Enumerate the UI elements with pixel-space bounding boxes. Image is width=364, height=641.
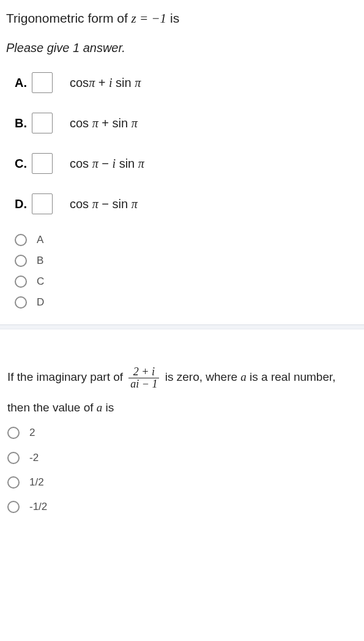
q2-line2-post: is	[102, 401, 114, 414]
q1-choice-b: B. cos π + sin π	[15, 113, 358, 133]
frac-denominator: ai − 1	[128, 378, 159, 390]
q2-var-a-2: a	[97, 401, 103, 414]
q1-radio-c[interactable]: C	[15, 276, 358, 288]
radio-icon	[7, 476, 20, 489]
q1-choice-d: D. cos π − sin π	[15, 193, 358, 214]
q2-line1-tail: is a real number,	[247, 370, 336, 383]
radio-label: A	[37, 234, 43, 246]
q2-fraction: 2 + i ai − 1	[128, 366, 159, 390]
radio-icon	[7, 452, 20, 464]
choice-box[interactable]	[32, 72, 53, 93]
choice-label: B.	[15, 116, 32, 130]
q1-radio-a[interactable]: A	[15, 234, 358, 246]
q2-radio-2[interactable]: -2	[7, 450, 357, 466]
radio-icon	[15, 234, 27, 246]
q2-radio-3[interactable]: 1/2	[7, 474, 357, 490]
q2-radio-group: 2 -2 1/2 -1/2	[7, 425, 357, 515]
choice-box[interactable]	[32, 193, 53, 214]
q1-radio-d[interactable]: D	[15, 296, 358, 309]
choice-label: C.	[15, 157, 32, 171]
radio-label: B	[37, 255, 43, 267]
choice-expression: cos π + sin π	[70, 116, 138, 130]
q2-line2: then the value of a is	[7, 399, 357, 416]
q2-block: If the imaginary part of 2 + i ai − 1 is…	[0, 366, 364, 515]
radio-icon	[15, 276, 27, 288]
q1-instruction: Please give 1 answer.	[6, 41, 358, 55]
question-separator	[0, 324, 364, 329]
radio-label: D	[37, 296, 44, 309]
q2-line2-pre: then the value of	[7, 401, 97, 414]
radio-label: -2	[29, 450, 39, 466]
radio-label: 1/2	[29, 474, 44, 490]
frac-numerator: 2 + i	[128, 366, 159, 378]
q2-radio-4[interactable]: -1/2	[7, 499, 357, 515]
q1-choice-c: C. cos π − i sin π	[15, 153, 358, 174]
q1-title-pre: Trigonometric form of	[6, 11, 132, 25]
q1-title-math: z = −1	[132, 11, 167, 26]
radio-label: 2	[29, 425, 35, 441]
radio-icon	[7, 501, 20, 513]
radio-icon	[15, 255, 27, 267]
choice-box[interactable]	[32, 113, 53, 133]
radio-icon	[7, 427, 20, 439]
radio-icon	[15, 296, 27, 309]
choice-expression: cos π − sin π	[70, 197, 138, 211]
q1-choice-a: A. cosπ + i sin π	[15, 72, 358, 93]
choice-expression: cosπ + i sin π	[70, 76, 141, 90]
choice-label: D.	[15, 197, 32, 211]
radio-label: -1/2	[29, 499, 47, 515]
q1-title-post: is	[166, 11, 179, 25]
choice-box[interactable]	[32, 153, 53, 174]
q1-title: Trigonometric form of z = −1 is	[6, 11, 358, 26]
choice-label: A.	[15, 76, 32, 90]
q2-var-a: a	[240, 370, 247, 383]
q2-line1-post: is zero, where	[165, 370, 241, 383]
q2-radio-1[interactable]: 2	[7, 425, 357, 441]
q2-line1-pre: If the imaginary part of	[7, 370, 126, 383]
q1-choice-block: A. cosπ + i sin π B. cos π + sin π C. co…	[6, 72, 358, 214]
choice-expression: cos π − i sin π	[70, 157, 144, 171]
q1-radio-b[interactable]: B	[15, 255, 358, 267]
q1-radio-group: A B C D	[6, 234, 358, 309]
radio-label: C	[37, 276, 44, 288]
q2-line1: If the imaginary part of 2 + i ai − 1 is…	[7, 366, 357, 390]
